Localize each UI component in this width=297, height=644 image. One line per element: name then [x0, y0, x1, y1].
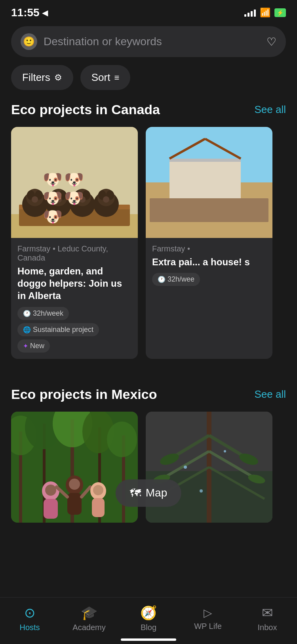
status-icons: 📶 ⚡ [244, 8, 286, 18]
filter-row: Filters ⚙ Sort ≡ [0, 65, 297, 102]
card-alberta-body: Farmstay • Leduc County, Canada Home, ga… [11, 238, 138, 359]
svg-rect-27 [169, 159, 241, 162]
map-label: Map [146, 487, 167, 499]
svg-point-44 [45, 485, 56, 496]
new-icon: ✦ [23, 342, 28, 350]
mexico-see-all[interactable]: See all [255, 388, 286, 401]
svg-point-9 [46, 192, 71, 217]
search-avatar: 🙂 [21, 33, 37, 50]
svg-point-13 [55, 196, 62, 203]
svg-point-15 [74, 189, 91, 206]
academy-icon: 🎓 [81, 605, 97, 621]
tag-hours: 🕐 32h/week [17, 307, 69, 320]
clock-icon2: 🕐 [158, 276, 166, 283]
nav-wplife[interactable]: ▷ WP Life [184, 606, 232, 631]
nav-wplife-label: WP Life [194, 622, 222, 631]
clock-icon: 🕐 [23, 310, 31, 317]
svg-point-16 [74, 190, 82, 200]
svg-rect-46 [67, 493, 82, 515]
svg-point-68 [200, 489, 203, 493]
svg-point-47 [69, 479, 80, 490]
search-bar[interactable]: 🙂 Destination or keywords ♡ [11, 26, 286, 57]
mexico-section-title: Eco projects in Mexico [11, 387, 157, 402]
card-mexico1[interactable] [11, 412, 138, 523]
nav-hosts-label: Hosts [19, 623, 40, 632]
tag-new: ✦ New [17, 339, 50, 353]
card-alberta-tags: 🕐 32h/week 🌐 Sustainable project ✦ New [17, 307, 131, 353]
svg-point-52 [93, 485, 103, 495]
svg-rect-30 [150, 198, 268, 222]
tag-sustainable: 🌐 Sustainable project [17, 323, 99, 336]
nav-academy-label: Academy [72, 623, 105, 632]
card-mexico1-image [11, 412, 138, 523]
canada-see-all[interactable]: See all [255, 104, 286, 116]
map-button[interactable]: 🗺 Map [116, 479, 181, 507]
search-icon: ⊙ [24, 605, 35, 621]
sort-button[interactable]: Sort ≡ [80, 65, 131, 90]
card-alberta-title: Home, garden, and doggo helpers: Join us… [17, 265, 131, 302]
canada-section-header: Eco projects in Canada See all [0, 102, 297, 127]
svg-point-17 [82, 190, 90, 200]
card-construction[interactable]: Farmstay • Extra pai... a house! s 🕐 32h… [146, 127, 272, 359]
nav-hosts[interactable]: ⊙ Hosts [6, 605, 53, 632]
card-construction-image [146, 127, 272, 238]
filters-button[interactable]: Filters ⚙ [11, 65, 73, 90]
search-input[interactable]: Destination or keywords [44, 35, 260, 48]
filter-icon: ⚙ [54, 73, 62, 83]
battery-icon: ⚡ [274, 8, 286, 17]
wplife-icon: ▷ [204, 606, 212, 619]
home-indicator [121, 638, 176, 641]
filter-label: Filters [22, 71, 50, 84]
svg-point-67 [224, 450, 226, 452]
tag-hours2: 🕐 32h/wee [152, 273, 200, 286]
card-construction-tags: 🕐 32h/wee [152, 273, 266, 286]
svg-point-66 [184, 466, 187, 469]
bottom-nav: ⊙ Hosts 🎓 Academy 🧭 Blog ▷ WP Life ✉ Inb… [0, 597, 297, 644]
nav-inbox-label: Inbox [258, 623, 277, 632]
card-construction-subtitle: Farmstay • [152, 244, 266, 253]
canada-section-title: Eco projects in Canada [11, 102, 160, 117]
nav-blog[interactable]: 🧭 Blog [125, 605, 172, 632]
svg-point-8 [32, 196, 38, 203]
inbox-icon: ✉ [262, 605, 273, 621]
svg-point-14 [70, 192, 95, 217]
svg-point-41 [107, 422, 137, 457]
mexico-section-header: Eco projects in Mexico See all [0, 387, 297, 412]
svg-point-10 [50, 189, 67, 206]
nav-inbox[interactable]: ✉ Inbox [244, 605, 291, 632]
svg-point-11 [51, 190, 59, 200]
svg-point-23 [103, 196, 109, 203]
card-construction-title: Extra pai... a house! s [152, 256, 266, 268]
svg-point-12 [59, 190, 67, 200]
sustainable-icon: 🌐 [23, 326, 31, 334]
canada-cards-scroll: Farmstay • Leduc County, Canada Home, ga… [0, 127, 297, 375]
status-time: 11:55 [11, 6, 40, 19]
sort-icon: ≡ [114, 73, 119, 83]
nav-blog-label: Blog [141, 623, 156, 632]
svg-point-21 [98, 190, 106, 200]
card-alberta-image [11, 127, 138, 238]
svg-point-18 [79, 196, 86, 203]
card-alberta[interactable]: Farmstay • Leduc County, Canada Home, ga… [11, 127, 138, 359]
card-construction-body: Farmstay • Extra pai... a house! s 🕐 32h… [146, 238, 272, 292]
heart-icon[interactable]: ♡ [267, 35, 276, 48]
map-icon: 🗺 [130, 487, 141, 500]
location-icon: ◀ [42, 8, 48, 17]
status-bar: 11:55 ◀ 📶 ⚡ [0, 0, 297, 22]
wifi-icon: 📶 [260, 8, 270, 18]
card-alberta-subtitle: Farmstay • Leduc County, Canada [17, 244, 131, 263]
mexico-section: 🗺 Map [0, 412, 297, 523]
nav-academy[interactable]: 🎓 Academy [65, 605, 113, 632]
signal-bars [244, 9, 256, 17]
svg-rect-51 [92, 498, 105, 517]
blog-icon: 🧭 [140, 605, 157, 621]
sort-label: Sort [91, 71, 110, 84]
